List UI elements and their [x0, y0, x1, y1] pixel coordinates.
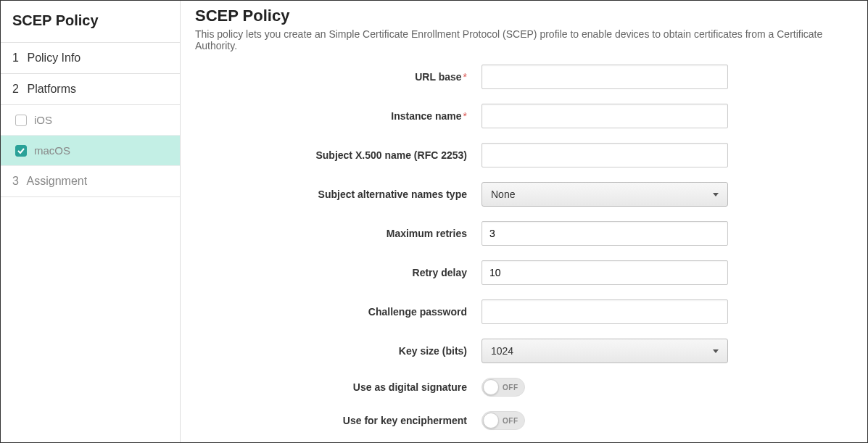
app-container: SCEP Policy 1 Policy Info 2 Platforms iO… — [0, 0, 868, 443]
sidebar-title: SCEP Policy — [1, 1, 180, 43]
step-num: 2 — [12, 83, 24, 96]
step-label: Policy Info — [27, 51, 80, 64]
label-subject-x500: Subject X.500 name (RFC 2253) — [195, 149, 481, 161]
step-platforms[interactable]: 2 Platforms — [1, 74, 180, 105]
input-retry-delay[interactable] — [481, 260, 728, 285]
sidebar: SCEP Policy 1 Policy Info 2 Platforms iO… — [1, 1, 181, 442]
label-digital-signature: Use as digital signature — [195, 381, 481, 393]
step-assignment[interactable]: 3 Assignment — [1, 166, 180, 197]
input-challenge-password[interactable] — [481, 299, 728, 324]
label-san-type: Subject alternative names type — [195, 189, 481, 200]
label-challenge-password: Challenge password — [195, 306, 481, 318]
toggle-state: OFF — [503, 417, 518, 425]
select-value: 1024 — [491, 345, 513, 357]
platform-label: macOS — [34, 144, 70, 157]
toggle-knob — [483, 379, 499, 395]
select-san-type[interactable]: None — [481, 182, 728, 207]
input-url-base[interactable] — [481, 65, 728, 89]
select-key-size[interactable]: 1024 — [481, 339, 728, 363]
input-subject-x500[interactable] — [481, 143, 728, 167]
label-key-size: Key size (bits) — [195, 345, 481, 357]
step-policy-info[interactable]: 1 Policy Info — [1, 43, 180, 74]
toggle-digital-signature[interactable]: OFF — [481, 378, 525, 397]
page-title: SCEP Policy — [195, 7, 853, 25]
page-description: This policy lets you create an Simple Ce… — [195, 28, 853, 51]
step-label: Assignment — [27, 175, 88, 187]
toggle-state: OFF — [503, 384, 518, 392]
label-max-retries: Maximum retries — [195, 228, 481, 239]
main-panel: SCEP Policy This policy lets you create … — [181, 1, 867, 442]
select-value: None — [491, 189, 515, 200]
label-retry-delay: Retry delay — [195, 267, 481, 278]
step-label: Platforms — [27, 83, 76, 95]
toggle-knob — [483, 413, 499, 428]
platform-label: iOS — [34, 114, 52, 126]
step-num: 3 — [12, 175, 24, 188]
platform-item-ios[interactable]: iOS — [1, 105, 180, 136]
label-instance-name: Instance name* — [195, 110, 481, 122]
checkbox-unchecked-icon[interactable] — [15, 115, 27, 126]
label-url-base: URL base* — [195, 71, 481, 83]
input-max-retries[interactable] — [481, 221, 728, 246]
step-num: 1 — [12, 51, 24, 65]
platform-item-macos[interactable]: macOS — [1, 136, 180, 166]
input-instance-name[interactable] — [481, 104, 728, 128]
toggle-key-encipherment[interactable]: OFF — [481, 411, 525, 430]
label-key-encipherment: Use for key encipherment — [195, 415, 481, 426]
caret-down-icon — [713, 349, 719, 353]
checkbox-checked-icon[interactable] — [15, 145, 27, 157]
required-mark: * — [463, 71, 467, 83]
required-mark: * — [463, 110, 467, 122]
caret-down-icon — [713, 193, 719, 196]
